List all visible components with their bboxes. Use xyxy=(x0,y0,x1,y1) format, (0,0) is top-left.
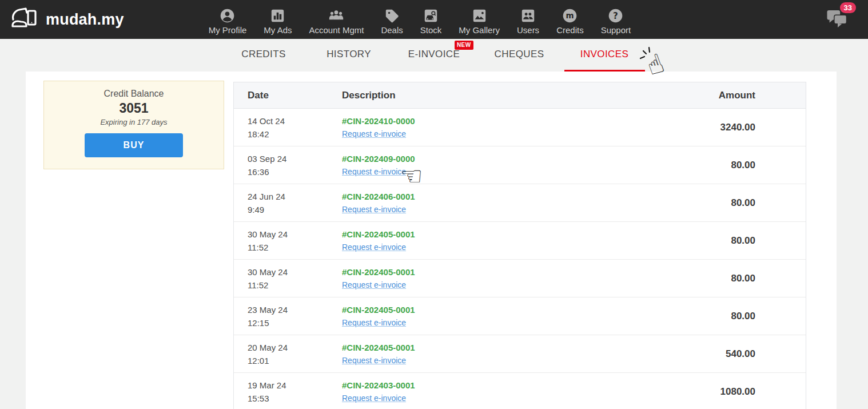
request-e-invoice-link[interactable]: Request e-invoice xyxy=(342,128,406,141)
tab-credits[interactable]: CREDITS xyxy=(221,39,306,72)
tab-label: CHEQUES xyxy=(495,49,544,59)
logo-wordmark: mudah.my xyxy=(46,11,124,29)
row-date: 30 May 24 xyxy=(248,228,342,241)
table-row: 20 May 2412:01 #CIN-202405-0001Request e… xyxy=(234,335,806,373)
credit-balance-card: Credit Balance 3051 Expiring in 177 days… xyxy=(43,81,224,169)
row-amount: 80.00 xyxy=(731,197,755,208)
request-e-invoice-link[interactable]: Request e-invoice xyxy=(342,279,406,292)
row-time: 15:53 xyxy=(248,392,342,405)
credit-balance-title: Credit Balance xyxy=(44,89,224,99)
table-row: 24 Jun 249:49 #CIN-202406-0001Request e-… xyxy=(234,184,806,222)
car-search-icon xyxy=(423,7,439,23)
tab-cheques[interactable]: CHEQUES xyxy=(477,39,562,72)
tabs-bar: CREDITS HISTORY E-INVOICE NEW CHEQUES IN… xyxy=(0,39,868,72)
header-description: Description xyxy=(342,90,657,101)
invoice-number: #CIN-202405-0001 xyxy=(342,228,657,241)
tab-e-invoice[interactable]: E-INVOICE NEW xyxy=(392,39,477,72)
nav-item-account-mgmt[interactable]: Account Mgmt xyxy=(309,4,364,35)
question-icon: ? xyxy=(608,7,623,23)
row-date: 23 May 24 xyxy=(248,303,342,316)
nav-item-support[interactable]: ? Support xyxy=(601,4,631,35)
nav-label: My Ads xyxy=(264,25,292,35)
row-amount: 80.00 xyxy=(731,160,755,170)
invoice-number: #CIN-202405-0001 xyxy=(342,341,657,354)
nav-item-my-profile[interactable]: My Profile xyxy=(209,4,247,35)
table-row: 30 May 2411:52 #CIN-202405-0001Request e… xyxy=(234,222,806,260)
nav-item-stock[interactable]: Stock xyxy=(420,4,442,35)
row-amount: 80.00 xyxy=(731,311,755,321)
row-date: 24 Jun 24 xyxy=(248,190,342,203)
request-e-invoice-link[interactable]: Request e-invoice xyxy=(342,392,406,405)
row-time: 9:49 xyxy=(248,203,342,216)
nav-label: Account Mgmt xyxy=(309,25,364,35)
table-row: 19 Mar 2415:53 #CIN-202403-0001Request e… xyxy=(234,373,806,409)
svg-text:m: m xyxy=(566,11,574,20)
row-amount: 3240.00 xyxy=(720,122,755,133)
tab-history[interactable]: HISTORY xyxy=(306,39,392,72)
top-navbar: mudah.my My Profile My Ads Account Mgmt … xyxy=(0,0,868,39)
row-amount: 1080.00 xyxy=(720,386,755,397)
invoice-number: #CIN-202403-0001 xyxy=(342,379,657,392)
users-icon xyxy=(520,7,536,23)
people-group-icon xyxy=(328,7,344,23)
request-e-invoice-link[interactable]: Request e-invoice xyxy=(342,203,406,216)
header-amount: Amount xyxy=(657,90,806,101)
buy-button[interactable]: BUY xyxy=(85,133,183,157)
chat-button[interactable]: 33 xyxy=(826,9,849,30)
row-date: 19 Mar 24 xyxy=(248,379,342,392)
nav-item-my-ads[interactable]: My Ads xyxy=(264,4,292,35)
request-e-invoice-link[interactable]: Request e-invoice xyxy=(342,354,406,367)
new-badge: NEW xyxy=(455,41,473,50)
nav-item-deals[interactable]: Deals xyxy=(381,4,403,35)
table-row: 30 May 2411:52 #CIN-202405-0001Request e… xyxy=(234,260,806,297)
invoice-number: #CIN-202410-0000 xyxy=(342,114,657,128)
nav-item-users[interactable]: Users xyxy=(517,4,539,35)
nav-item-my-gallery[interactable]: My Gallery xyxy=(459,4,500,35)
tab-invoices[interactable]: INVOICES xyxy=(562,39,647,72)
row-time: 18:42 xyxy=(248,128,342,141)
row-date: 14 Oct 24 xyxy=(248,114,342,128)
nav-item-credits[interactable]: m Credits xyxy=(556,4,584,35)
invoice-number: #CIN-202405-0001 xyxy=(342,303,657,316)
nav-label: Credits xyxy=(556,25,584,35)
coin-icon: m xyxy=(562,7,578,23)
row-time: 12:01 xyxy=(248,354,342,367)
request-e-invoice-link[interactable]: Request e-invoice xyxy=(342,316,406,329)
row-date: 20 May 24 xyxy=(248,341,342,354)
brand-logo[interactable]: mudah.my xyxy=(10,6,124,33)
row-time: 11:52 xyxy=(248,241,342,254)
table-row: 14 Oct 2418:42 #CIN-202410-0000Request e… xyxy=(234,109,806,146)
request-e-invoice-link[interactable]: Request e-invoice xyxy=(342,165,406,178)
chat-icon xyxy=(826,20,849,30)
table-row: 23 May 2412:15 #CIN-202405-0001Request e… xyxy=(234,297,806,335)
tab-label: CREDITS xyxy=(241,49,285,59)
profile-icon xyxy=(220,7,235,23)
row-amount: 540.00 xyxy=(726,348,755,359)
nav-label: Users xyxy=(517,25,539,35)
request-e-invoice-link[interactable]: Request e-invoice xyxy=(342,241,406,254)
invoice-table: Date Description Amount 14 Oct 2418:42 #… xyxy=(233,82,806,409)
invoice-number: #CIN-202405-0001 xyxy=(342,265,657,279)
nav-label: Support xyxy=(601,25,631,35)
header-date: Date xyxy=(234,90,342,101)
credit-expiry-note: Expiring in 177 days xyxy=(44,118,224,126)
chat-badge: 33 xyxy=(840,2,856,13)
invoice-number: #CIN-202409-0000 xyxy=(342,152,657,165)
nav-label: My Profile xyxy=(209,25,247,35)
table-header: Date Description Amount xyxy=(234,82,806,109)
nav-label: Deals xyxy=(381,25,403,35)
main-nav: My Profile My Ads Account Mgmt Deals Sto… xyxy=(209,4,631,35)
tag-icon xyxy=(384,7,400,23)
row-date: 03 Sep 24 xyxy=(248,152,342,165)
nav-label: Stock xyxy=(420,25,442,35)
invoice-number: #CIN-202406-0001 xyxy=(342,190,657,203)
tab-label: HISTORY xyxy=(327,49,371,59)
row-amount: 80.00 xyxy=(731,235,755,246)
credit-balance-value: 3051 xyxy=(44,101,224,116)
row-amount: 80.00 xyxy=(731,273,755,284)
content-panel: Credit Balance 3051 Expiring in 177 days… xyxy=(26,72,837,409)
image-icon xyxy=(472,7,487,23)
row-time: 12:15 xyxy=(248,316,342,329)
row-date: 30 May 24 xyxy=(248,265,342,279)
bar-chart-icon xyxy=(270,7,285,23)
